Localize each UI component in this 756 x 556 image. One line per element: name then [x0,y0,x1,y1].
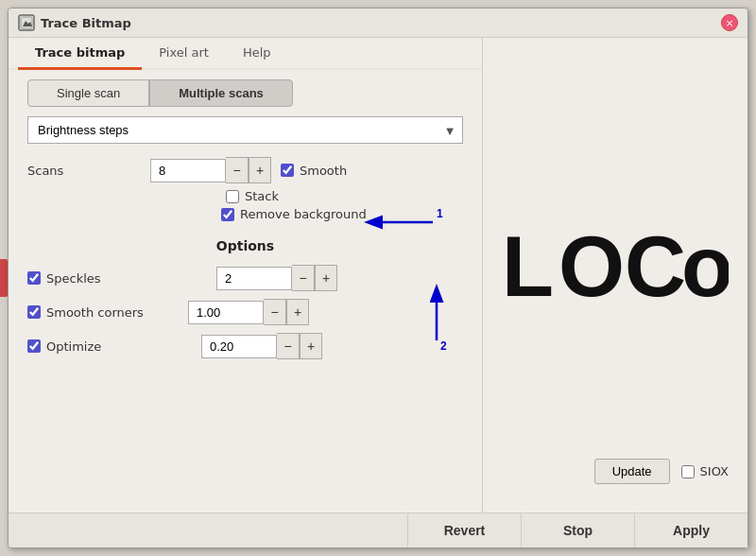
smooth-checkbox[interactable] [281,164,294,177]
smooth-corners-label: Smooth corners [46,305,144,320]
smooth-corners-row: Smooth corners − + [27,299,463,325]
scans-decrement[interactable]: − [226,157,249,183]
bottom-bar: Revert Stop Apply [9,513,747,547]
brightness-steps-dropdown[interactable]: Brightness steps Colors Grays Edges [27,116,463,144]
update-row: Update SIOX [594,459,729,484]
scans-row: Scans − + Smooth [9,153,482,187]
update-button[interactable]: Update [594,459,670,484]
tab-pixel-art[interactable]: Pixel art [142,38,226,70]
revert-button[interactable]: Revert [407,513,521,547]
speckles-checkbox[interactable] [27,271,41,285]
scan-type-section: Single scan Multiple scans [9,70,482,116]
svg-text:O: O [558,219,625,314]
scans-increment[interactable]: + [249,157,271,183]
optimize-decrement[interactable]: − [277,333,300,359]
single-scan-button[interactable]: Single scan [27,79,149,107]
apply-button[interactable]: Apply [634,513,747,547]
window-title: Trace Bitmap [41,16,715,30]
siox-row: SIOX [681,464,729,478]
right-panel: L O C o Update SIOX [483,38,747,513]
smooth-corners-checkbox[interactable] [27,305,41,319]
close-button[interactable]: × [721,14,738,31]
remove-background-label: Remove background [240,207,367,221]
stack-checkbox[interactable] [226,190,239,203]
svg-text:L: L [502,219,554,314]
scans-input[interactable] [150,159,226,182]
speckles-increment[interactable]: + [315,265,337,291]
scans-spinner: − + [150,157,271,183]
smooth-corners-input[interactable] [188,301,264,324]
tab-trace-bitmap[interactable]: Trace bitmap [18,38,142,70]
speckles-row: Speckles − + [27,265,463,291]
siox-checkbox[interactable] [681,465,695,478]
options-header: Options [27,238,463,253]
titlebar: Trace Bitmap × [9,9,747,38]
optimize-increment[interactable]: + [300,333,322,359]
stack-label: Stack [245,189,279,203]
trace-bitmap-icon [18,14,35,31]
optimize-label: Optimize [46,339,101,354]
multiple-scans-button[interactable]: Multiple scans [149,79,293,107]
optimize-input[interactable] [201,335,277,358]
smooth-corners-increment[interactable]: + [286,299,309,325]
logo-preview: L O C o [502,57,729,459]
optimize-checkbox[interactable] [27,339,41,353]
smooth-corners-decrement[interactable]: − [264,299,286,325]
optimize-row: Optimize − + [27,333,463,359]
remove-background-checkbox[interactable] [221,208,234,221]
tab-help[interactable]: Help [226,38,288,70]
tab-bar: Trace bitmap Pixel art Help [9,38,482,70]
stop-button[interactable]: Stop [521,513,634,547]
scans-label: Scans [27,164,141,178]
options-section: Options Speckles − + [9,229,482,376]
mode-dropdown-row: Brightness steps Colors Grays Edges [9,116,482,153]
svg-text:C: C [625,219,686,314]
logo-image: L O C o [502,201,729,315]
siox-label: SIOX [700,464,729,478]
speckles-label: Speckles [46,271,101,286]
smooth-label: Smooth [300,164,347,178]
svg-text:o: o [681,219,729,314]
speckles-input[interactable] [216,267,292,290]
smooth-row: Smooth [281,164,347,178]
checks-section: Stack Remove background [9,187,482,229]
speckles-decrement[interactable]: − [292,265,315,291]
